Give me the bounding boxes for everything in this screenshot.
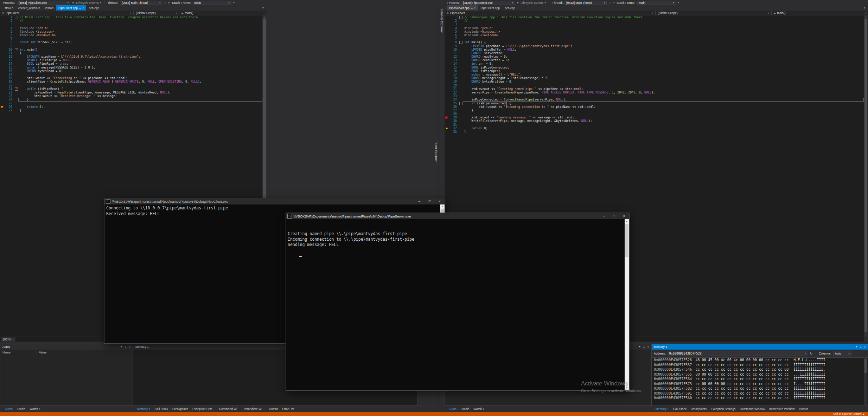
- breakpoint-margin[interactable]: [445, 44, 449, 48]
- breakpoint-margin[interactable]: [445, 109, 449, 112]
- code-text[interactable]: DWORD readBuffer = 0;: [463, 58, 864, 62]
- window-menu-icon[interactable]: ▾: [856, 345, 857, 348]
- breakpoint-margin[interactable]: [445, 19, 449, 22]
- fold-margin[interactable]: [459, 80, 463, 83]
- code-text[interactable]: [18, 22, 262, 26]
- console-scrollbar[interactable]: ▲ ▼: [625, 219, 629, 390]
- swap-threads-icon[interactable]: ⇄: [612, 1, 615, 4]
- close-icon[interactable]: ×: [129, 346, 130, 348]
- fold-margin[interactable]: [14, 66, 18, 69]
- document-tab[interactable]: pch.cpp: [502, 5, 518, 11]
- code-text[interactable]: clientPipe = CreateFile(pipeName, GENERI…: [18, 80, 262, 83]
- tool-tab[interactable]: Call Stack: [153, 407, 170, 411]
- fold-margin[interactable]: [14, 91, 18, 94]
- breakpoint-margin[interactable]: ●►: [0, 105, 5, 109]
- code-text[interactable]: int main() {: [463, 40, 864, 44]
- tool-tab[interactable]: Immediate Window: [767, 407, 797, 411]
- tool-tab[interactable]: Watch 1: [27, 407, 43, 411]
- fold-margin[interactable]: [14, 22, 18, 26]
- fold-margin[interactable]: [459, 84, 463, 87]
- tool-tab[interactable]: Command Window: [738, 407, 767, 411]
- fold-margin[interactable]: [459, 105, 463, 109]
- lifecycle-events-button[interactable]: Lifecycle Events ▾: [521, 1, 546, 5]
- breakpoint-margin[interactable]: [0, 19, 5, 22]
- code-text[interactable]: LPVOID pipeBuffer = NULL;: [463, 48, 864, 51]
- console-window-pipeserver[interactable]: >_ \\VBOXSVR\Experiments\namedPipes\name…: [286, 213, 630, 391]
- document-tab[interactable]: iosfwd: [43, 5, 56, 11]
- fold-collapse-icon[interactable]: -: [459, 16, 462, 19]
- breakpoint-margin[interactable]: [445, 119, 449, 123]
- close-icon[interactable]: ×: [83, 7, 84, 9]
- scrollbar-up-icon[interactable]: ▲: [625, 219, 629, 223]
- stack-frame-combo[interactable]: main ▾: [637, 1, 676, 5]
- tool-tab[interactable]: Autos: [3, 407, 15, 411]
- toolbar-overflow-icon[interactable]: ▾: [233, 1, 235, 4]
- fold-margin[interactable]: [14, 44, 18, 48]
- breakpoint-margin[interactable]: [445, 102, 449, 105]
- code-text[interactable]: [18, 44, 262, 48]
- close-icon[interactable]: ×: [864, 346, 866, 348]
- breakpoint-margin[interactable]: [445, 66, 449, 69]
- code-text[interactable]: std::wcout << "Connecting to " << pipeNa…: [18, 76, 262, 80]
- memory-row[interactable]: 0x000000E43057F537cc cc cc cc cc cc cc c…: [652, 363, 868, 368]
- code-text[interactable]: std::wcout << "Sending message: " << mes…: [463, 116, 864, 119]
- fold-margin[interactable]: [14, 80, 18, 83]
- code-text[interactable]: LPCWSTR pipeName = L"\\\\10.0.0.7\\pipe\…: [18, 55, 262, 58]
- fold-collapse-icon[interactable]: -: [15, 87, 18, 91]
- code-text[interactable]: HANDLE serverPipe;: [463, 51, 864, 55]
- stack-frame-combo[interactable]: main ▾: [193, 1, 231, 5]
- tool-tab[interactable]: Memory 1: [653, 407, 671, 411]
- breakpoint-margin[interactable]: [445, 130, 449, 134]
- member-dropdown[interactable]: ◆main() ▾: [772, 11, 868, 15]
- fold-margin[interactable]: [14, 30, 18, 33]
- code-text[interactable]: BOOL isPipeConnected;: [463, 66, 864, 69]
- breakpoint-margin[interactable]: [0, 15, 5, 19]
- fold-margin[interactable]: [14, 76, 18, 80]
- breakpoint-margin[interactable]: [445, 51, 449, 55]
- breakpoint-margin[interactable]: [0, 33, 5, 37]
- fold-collapse-icon[interactable]: -: [459, 102, 462, 105]
- fold-margin[interactable]: [459, 58, 463, 62]
- fold-margin[interactable]: -: [459, 102, 463, 105]
- breakpoint-margin[interactable]: [445, 76, 449, 80]
- pin-icon[interactable]: ⊥: [643, 345, 645, 348]
- fold-margin[interactable]: [459, 69, 463, 73]
- breakpoint-margin[interactable]: [445, 73, 449, 76]
- pin-icon[interactable]: ⊥: [860, 345, 862, 348]
- tool-tab[interactable]: Exception Settings: [709, 407, 738, 411]
- close-icon[interactable]: ×: [474, 7, 476, 9]
- breakpoint-margin[interactable]: [0, 62, 5, 65]
- code-text[interactable]: DWORD messageLenght = lstrlen(message) *…: [463, 76, 864, 80]
- fold-margin[interactable]: [459, 87, 463, 91]
- fold-margin[interactable]: [459, 30, 463, 33]
- fold-margin[interactable]: -: [459, 40, 463, 44]
- fold-margin[interactable]: [459, 62, 463, 65]
- swap-threads-icon[interactable]: ⇄: [168, 1, 170, 4]
- fold-collapse-icon[interactable]: -: [459, 41, 462, 44]
- tool-tab[interactable]: Output: [797, 407, 810, 411]
- zoom-control[interactable]: 100 % ▾: [1, 337, 15, 342]
- memory-row[interactable]: 0x000000E43057F55500 00 00 cc cc cc cc c…: [652, 372, 868, 377]
- tool-tab[interactable]: Exception Setti...: [190, 407, 217, 411]
- breakpoint-margin[interactable]: [445, 112, 449, 116]
- memory-row[interactable]: 0x000000E43057F5A0cc cc cc cc cc cc cc c…: [652, 396, 868, 401]
- fold-margin[interactable]: [459, 98, 463, 101]
- code-text[interactable]: [18, 84, 262, 87]
- tool-tab[interactable]: Immediate Wi...: [242, 407, 267, 411]
- breakpoint-margin[interactable]: [445, 40, 449, 44]
- code-text[interactable]: DWORD readBytes = 0;: [463, 55, 864, 58]
- fold-margin[interactable]: -: [14, 87, 18, 91]
- console-titlebar[interactable]: >_ \\VBOXSVR\Experiments\namedPipes\name…: [104, 198, 445, 204]
- address-input[interactable]: 0x000000E43057F528 ▾: [668, 351, 808, 356]
- fold-collapse-icon[interactable]: -: [15, 48, 18, 51]
- code-text[interactable]: isPipeConnected = ConnectNamedPipe(serve…: [463, 98, 864, 101]
- fold-margin[interactable]: [14, 51, 18, 55]
- breakpoint-margin[interactable]: [0, 66, 5, 69]
- fold-margin[interactable]: [14, 33, 18, 37]
- breakpoint-margin[interactable]: [0, 40, 5, 44]
- code-text[interactable]: }: [18, 98, 262, 101]
- memory-row[interactable]: 0x000000E43057F52848 00 45 00 4c 00 4c 0…: [652, 358, 868, 363]
- tab-overflow-chevron-icon[interactable]: ▾: [262, 6, 264, 9]
- fold-margin[interactable]: [459, 116, 463, 119]
- code-text[interactable]: isPipeRead = ReadFile(clientPipe, &messa…: [18, 91, 262, 94]
